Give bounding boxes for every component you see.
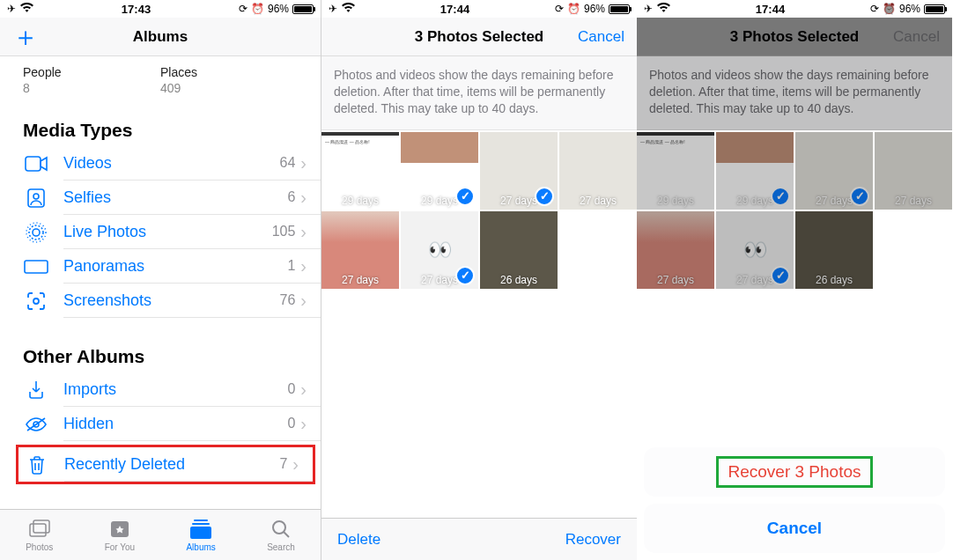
photo-thumbnail[interactable]: 26 days (795, 211, 873, 289)
chevron-right-icon: › (300, 291, 307, 311)
add-album-button[interactable]: ＋ (12, 24, 39, 50)
row-label: Imports (63, 380, 287, 399)
row-count: 0 (287, 381, 295, 397)
photo-thumbnail[interactable]: 👀27 days (401, 211, 478, 289)
nav-bar: ＋ Albums (0, 18, 321, 56)
days-remaining-label: 29 days (321, 195, 399, 207)
photo-thumbnail[interactable]: — 商品漂进 — 品名称!29 days (637, 132, 714, 210)
row-count: 6 (287, 189, 295, 205)
cancel-button[interactable]: Cancel (572, 28, 624, 46)
wifi-icon (657, 3, 670, 15)
photo-thumbnail[interactable]: 29 days (401, 132, 478, 210)
page-title: 3 Photos Selected (387, 28, 572, 46)
battery-icon (292, 4, 314, 14)
chevron-right-icon: › (300, 256, 307, 276)
list-item[interactable]: Screenshots76› (0, 284, 321, 318)
selected-check-icon (771, 187, 790, 206)
orientation-lock-icon: ⟳ (870, 3, 879, 15)
photo-thumbnail[interactable]: 27 days (321, 211, 399, 289)
photo-thumbnail[interactable]: 27 days (559, 132, 637, 210)
list-item[interactable]: Recently Deleted7› (18, 447, 313, 482)
other-albums-header: Other Albums (0, 334, 321, 372)
people-album[interactable]: People 8 (23, 65, 160, 95)
list-item[interactable]: Panoramas1› (0, 249, 321, 284)
photo-thumbnail[interactable]: — 商品漂进 — 品名称!29 days (321, 132, 399, 210)
nav-bar: 3 Photos Selected Cancel (321, 18, 637, 56)
photo-thumbnail[interactable]: 👀27 days (716, 211, 794, 289)
media-types-header: Media Types (0, 107, 321, 146)
list-item[interactable]: Hidden0› (0, 407, 321, 441)
import-icon (23, 377, 49, 403)
recover-button[interactable]: Recover (565, 531, 621, 549)
tab-albums[interactable]: Albums (186, 519, 215, 552)
battery-pct: 96% (584, 3, 605, 15)
photo-thumbnail[interactable]: 27 days (795, 132, 873, 210)
highlight-box: Recover 3 Photos (716, 456, 872, 488)
list-item[interactable]: Live Photos105› (0, 215, 321, 249)
row-label: Selfies (63, 188, 287, 207)
row-count: 76 (280, 292, 296, 308)
status-bar: ✈︎ 17:44 ⟳ ⏰ 96% (637, 0, 952, 18)
svg-rect-15 (190, 527, 211, 539)
days-remaining-label: 29 days (637, 195, 714, 207)
days-remaining-label: 26 days (480, 274, 558, 286)
svg-point-16 (273, 521, 285, 534)
alarm-icon: ⏰ (567, 3, 580, 15)
tab-search[interactable]: Search (267, 519, 295, 552)
media-types-list: Videos64›Selfies6›Live Photos105›Panoram… (0, 146, 321, 318)
row-count: 0 (287, 416, 295, 431)
wifi-icon (20, 3, 33, 15)
recover-photos-button[interactable]: Recover 3 Photos (644, 447, 945, 497)
deletion-info-banner: Photos and videos show the days remainin… (321, 56, 637, 130)
selected-check-icon (771, 266, 790, 285)
recover-sheet-panel: ✈︎ 17:44 ⟳ ⏰ 96% 3 Photos Selected Cance… (637, 0, 952, 560)
tab-bar: Photos For You Albums Search (0, 509, 321, 560)
list-item[interactable]: Imports0› (0, 372, 321, 407)
photo-grid: — 商品漂进 — 品名称!29 days29 days27 days27 day… (637, 130, 952, 291)
chevron-right-icon: › (292, 454, 299, 475)
live-icon (23, 219, 49, 246)
selfie-icon (23, 185, 49, 211)
selected-check-icon (455, 266, 475, 285)
list-item[interactable]: Selfies6› (0, 181, 321, 215)
battery-icon (609, 4, 630, 14)
svg-rect-14 (192, 523, 210, 525)
svg-line-17 (284, 532, 289, 537)
delete-button[interactable]: Delete (337, 531, 380, 549)
tab-photos[interactable]: Photos (26, 519, 53, 552)
photo-thumbnail[interactable]: 27 days (875, 132, 952, 210)
pano-icon (23, 254, 49, 280)
nav-bar: 3 Photos Selected Cancel (637, 18, 952, 56)
battery-icon (924, 4, 945, 14)
photo-thumbnail[interactable]: 26 days (480, 211, 558, 289)
chevron-right-icon: › (300, 188, 307, 208)
photo-thumbnail[interactable]: 29 days (716, 132, 794, 210)
hidden-icon (23, 411, 49, 438)
tab-foryou[interactable]: For You (105, 519, 135, 552)
status-bar: ✈︎ 17:44 ⟳ ⏰ 96% (321, 0, 637, 18)
places-album[interactable]: Places 409 (160, 65, 298, 95)
row-count: 1 (287, 258, 295, 274)
bottom-toolbar: Delete Recover (321, 518, 637, 560)
photo-thumbnail[interactable]: 27 days (480, 132, 558, 210)
selected-check-icon (455, 187, 475, 206)
photo-thumbnail[interactable]: 27 days (637, 211, 714, 289)
selected-check-icon (850, 187, 869, 206)
selected-check-icon (535, 187, 554, 206)
row-count: 64 (280, 155, 296, 171)
collections-summary: People 8 Places 409 (0, 56, 321, 107)
sheet-cancel-button[interactable]: Cancel (644, 504, 945, 553)
svg-rect-13 (194, 519, 208, 521)
status-time: 17:43 (122, 3, 151, 16)
days-remaining-label: 27 days (321, 274, 399, 286)
list-item[interactable]: Videos64› (0, 146, 321, 181)
chevron-right-icon: › (300, 414, 307, 434)
svg-point-4 (29, 225, 43, 239)
action-sheet: Recover 3 Photos Cancel (644, 447, 945, 553)
photo-grid: — 商品漂进 — 品名称!29 days29 days27 days27 day… (321, 130, 637, 291)
cancel-button: Cancel (887, 28, 940, 46)
chevron-right-icon: › (300, 153, 307, 173)
svg-point-2 (33, 194, 39, 199)
svg-rect-6 (25, 261, 48, 273)
orientation-lock-icon: ⟳ (555, 3, 564, 15)
